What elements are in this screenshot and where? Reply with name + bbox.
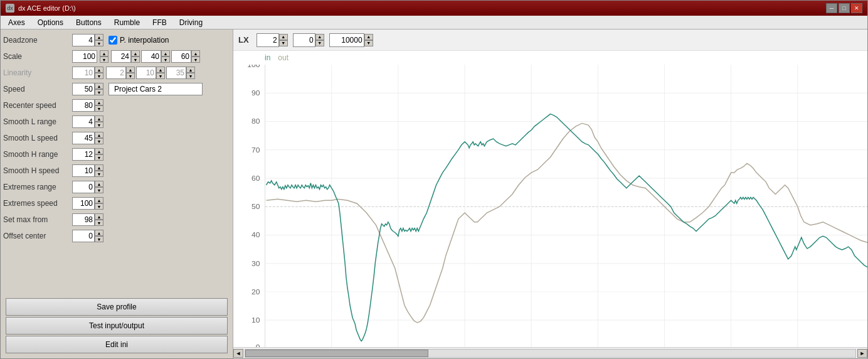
axis-val3-input[interactable]	[329, 33, 364, 47]
interpolation-checkbox[interactable]	[109, 36, 117, 45]
scrollbar-track[interactable]	[245, 349, 856, 358]
lin-extra2-input[interactable]	[136, 67, 156, 79]
lin-extra2-down[interactable]: ▼	[156, 73, 165, 79]
lin-extra1-down[interactable]: ▼	[126, 73, 135, 79]
linearity-down[interactable]: ▼	[95, 73, 103, 79]
minimize-button[interactable]: ─	[826, 3, 837, 13]
recenter-speed-up[interactable]: ▲	[95, 99, 103, 105]
recenter-speed-input[interactable]	[72, 99, 95, 112]
menu-rumble[interactable]: Rumble	[109, 18, 145, 28]
smooth-h-speed-spinner: ▲ ▼	[72, 164, 103, 177]
lin-extra3-input[interactable]	[166, 67, 186, 79]
smooth-l-speed-input[interactable]	[72, 132, 95, 144]
smooth-h-speed-input[interactable]	[72, 164, 95, 177]
offset-center-up[interactable]: ▲	[95, 230, 103, 236]
extremes-range-input[interactable]	[72, 181, 95, 193]
offset-center-label: Offset center	[3, 232, 72, 240]
scale-extra1-btns: ▲ ▼	[131, 50, 140, 63]
menu-options[interactable]: Options	[33, 18, 68, 28]
axis-val3-spinner: ▲ ▼	[329, 33, 373, 47]
deadzone-down[interactable]: ▼	[95, 40, 103, 46]
extremes-speed-up[interactable]: ▲	[95, 197, 103, 203]
save-profile-button[interactable]: Save profile	[6, 298, 228, 316]
set-max-from-input[interactable]	[72, 213, 95, 226]
offset-center-input[interactable]	[72, 230, 95, 242]
scale-extra2-up[interactable]: ▲	[161, 50, 170, 56]
axis-val1-input[interactable]	[257, 33, 279, 47]
lin-extra2-up[interactable]: ▲	[156, 67, 165, 73]
smooth-h-range-down[interactable]: ▼	[95, 154, 103, 161]
speed-down[interactable]: ▼	[95, 89, 103, 95]
scale-extra1-down[interactable]: ▼	[131, 56, 140, 63]
left-panel: Deadzone ▲ ▼ P. interpolation	[1, 29, 233, 358]
svg-text:50: 50	[251, 202, 260, 211]
scroll-left-button[interactable]: ◄	[233, 349, 243, 358]
axis-selector-label: LX	[238, 35, 249, 45]
axis-val2-input[interactable]	[293, 33, 315, 47]
scale-input[interactable]	[72, 50, 97, 63]
extremes-range-label: Extremes range	[3, 183, 72, 191]
menu-buttons[interactable]: Buttons	[71, 18, 107, 28]
window-title: dx ACE editor (D:\)	[18, 4, 76, 12]
scale-down[interactable]: ▼	[100, 56, 109, 63]
scale-extra3-input[interactable]	[171, 50, 191, 63]
edit-ini-button[interactable]: Edit ini	[6, 336, 228, 353]
recenter-speed-down[interactable]: ▼	[95, 105, 103, 112]
menu-axes[interactable]: Axes	[3, 18, 30, 28]
scale-extra3-down[interactable]: ▼	[191, 56, 200, 63]
smooth-h-range-input[interactable]	[72, 148, 95, 161]
extremes-speed-down[interactable]: ▼	[95, 203, 103, 210]
smooth-l-range-input[interactable]	[72, 115, 95, 128]
extremes-range-up[interactable]: ▲	[95, 181, 103, 187]
lin-extra3-down[interactable]: ▼	[186, 73, 195, 79]
lin-extra3-btns: ▲ ▼	[186, 67, 195, 79]
deadzone-input[interactable]	[72, 34, 95, 46]
smooth-h-speed-up[interactable]: ▲	[95, 164, 103, 171]
scale-extra2-down[interactable]: ▼	[161, 56, 170, 63]
scale-extra1-input[interactable]	[111, 50, 131, 63]
scroll-right-button[interactable]: ►	[857, 349, 867, 358]
smooth-l-speed-up[interactable]: ▲	[95, 132, 103, 138]
smooth-l-range-spinner: ▲ ▼	[72, 115, 103, 128]
speed-input[interactable]	[72, 83, 95, 95]
set-max-from-down[interactable]: ▼	[95, 220, 103, 226]
scale-extra3-up[interactable]: ▲	[191, 50, 200, 56]
set-max-from-up[interactable]: ▲	[95, 213, 103, 220]
menu-driving[interactable]: Driving	[174, 18, 208, 28]
scrollbar-thumb[interactable]	[245, 350, 428, 357]
linearity-input[interactable]	[72, 67, 95, 79]
menu-ffb[interactable]: FFB	[147, 18, 172, 28]
title-bar-left: dx dx ACE editor (D:\)	[6, 4, 76, 13]
close-button[interactable]: ✕	[851, 3, 862, 13]
smooth-l-range-down[interactable]: ▼	[95, 122, 103, 128]
lin-extra1-input[interactable]	[106, 67, 126, 79]
speed-row: Speed ▲ ▼ Project Cars 2	[3, 81, 230, 97]
linearity-up[interactable]: ▲	[95, 67, 103, 73]
scale-up[interactable]: ▲	[100, 50, 109, 56]
smooth-h-range-up[interactable]: ▲	[95, 148, 103, 154]
speed-up[interactable]: ▲	[95, 83, 103, 89]
axis-val2-up[interactable]: ▲	[315, 34, 324, 40]
scale-extra2-input[interactable]	[141, 50, 161, 63]
offset-center-btns: ▲ ▼	[95, 230, 103, 242]
offset-center-down[interactable]: ▼	[95, 236, 103, 242]
extremes-range-down[interactable]: ▼	[95, 187, 103, 193]
set-max-from-btns: ▲ ▼	[95, 213, 103, 226]
maximize-button[interactable]: □	[839, 3, 850, 13]
smooth-l-range-up[interactable]: ▲	[95, 115, 103, 122]
axis-val1-down[interactable]: ▼	[279, 40, 288, 46]
deadzone-up[interactable]: ▲	[95, 34, 103, 40]
extremes-speed-input[interactable]	[72, 197, 95, 210]
axis-val3-up[interactable]: ▲	[364, 34, 373, 40]
scale-extra1-up[interactable]: ▲	[131, 50, 140, 56]
lin-extra3-up[interactable]: ▲	[186, 67, 195, 73]
axis-val2-down[interactable]: ▼	[315, 40, 324, 46]
test-input-button[interactable]: Test input/output	[6, 317, 228, 335]
axis-val3-down[interactable]: ▼	[364, 40, 373, 46]
lin-extra1-up[interactable]: ▲	[126, 67, 135, 73]
smooth-h-speed-down[interactable]: ▼	[95, 171, 103, 177]
smooth-l-speed-down[interactable]: ▼	[95, 138, 103, 144]
extremes-range-btns: ▲ ▼	[95, 181, 103, 193]
axis-val1-up[interactable]: ▲	[279, 34, 288, 40]
axis-val1-btns: ▲ ▼	[279, 34, 288, 46]
